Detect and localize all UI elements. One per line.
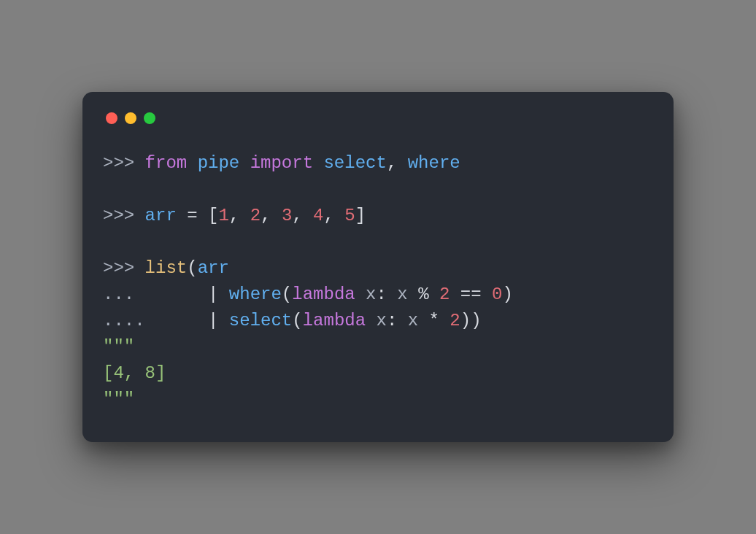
builtin-list: list: [145, 258, 188, 278]
number: 3: [282, 206, 292, 225]
variable: arr: [145, 206, 177, 225]
variable: arr: [198, 258, 229, 278]
minimize-icon[interactable]: [125, 112, 136, 124]
keyword-lambda: lambda: [303, 311, 366, 330]
continuation-prompt: ...: [103, 285, 208, 304]
pipe-operator: |: [208, 285, 218, 304]
number: 1: [218, 206, 228, 225]
number: 2: [450, 311, 460, 330]
keyword-lambda: lambda: [292, 285, 355, 304]
number: 2: [439, 285, 450, 304]
module-name: pipe: [198, 153, 240, 173]
import-name: where: [408, 153, 460, 173]
keyword-import: import: [250, 153, 313, 173]
number: 5: [344, 206, 355, 225]
function-where: where: [229, 285, 282, 304]
output-result: [4, 8]: [103, 363, 166, 383]
number: 4: [313, 206, 323, 225]
code-window: >>> from pipe import select, where >>> a…: [82, 92, 674, 442]
zoom-icon[interactable]: [144, 112, 155, 124]
number: 2: [250, 206, 261, 225]
operator: =: [187, 206, 197, 225]
number: 0: [492, 285, 502, 304]
triple-quote: """: [103, 390, 134, 409]
code-block: >>> from pipe import select, where >>> a…: [103, 150, 653, 413]
continuation-prompt: ....: [103, 311, 208, 330]
window-titlebar: [103, 112, 653, 124]
prompt: >>>: [103, 153, 145, 173]
keyword-from: from: [145, 153, 188, 173]
prompt: >>>: [103, 206, 145, 225]
triple-quote: """: [103, 337, 134, 357]
pipe-operator: |: [208, 311, 218, 330]
function-select: select: [229, 311, 292, 330]
prompt: >>>: [103, 258, 145, 278]
close-icon[interactable]: [106, 112, 117, 124]
import-name: select: [323, 153, 386, 173]
